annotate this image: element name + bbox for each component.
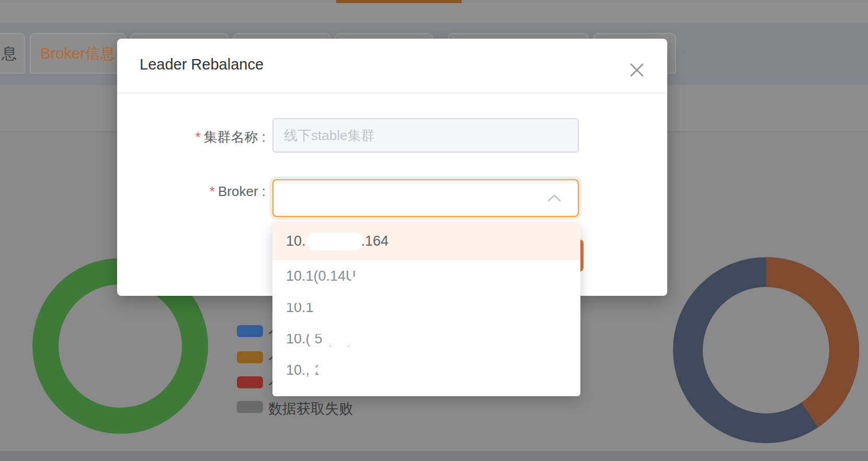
donut-chart-right-brown [766,272,844,415]
broker-dropdown-panel: 10..164 10.1(0.14U 10.14 10.(5(4) 10.,22… [272,222,580,396]
dialog-title: Leader Rebalance [140,56,264,73]
legend-swatch-gray [237,401,263,413]
redaction-blob [335,298,429,316]
chevron-up-icon [547,194,561,204]
legend-label-data-fetch-failed: 数据获取失败 [268,399,353,418]
close-icon[interactable] [627,61,646,79]
option-text: 10. [286,233,306,249]
broker-label: *Broker : [140,183,266,200]
required-asterisk: * [210,183,215,199]
broker-option[interactable]: 10.(5(4) [272,323,580,354]
redaction-blob [335,263,367,270]
broker-option[interactable]: 10.,221 [272,354,580,386]
legend-swatch-blue [237,325,263,337]
option-text-faded: (0.14U [314,268,356,284]
broker-option[interactable]: 10..164 [272,222,580,260]
broker-option[interactable]: 10.1(0.14U [272,260,580,292]
redaction-blob [317,363,406,376]
redaction-blob [351,276,492,290]
redaction-blob [322,330,406,346]
option-text: 10.1 [286,268,314,284]
cluster-name-input[interactable]: 线下stable集群 [272,118,579,153]
broker-select[interactable] [272,179,579,217]
screen: 息 Broker信息 亻 亻 亻 数据获取失败 Leader Rebalance [0,0,868,461]
option-text: .164 [361,233,389,249]
legend-swatch-brown [237,351,263,363]
redaction-blob [307,233,363,250]
dialog-header-divider [117,93,667,94]
broker-option[interactable]: 10.14 [272,292,580,323]
cluster-name-label: *集群名称 : [140,128,266,146]
required-asterisk: * [195,129,200,145]
legend-swatch-red [237,376,263,388]
